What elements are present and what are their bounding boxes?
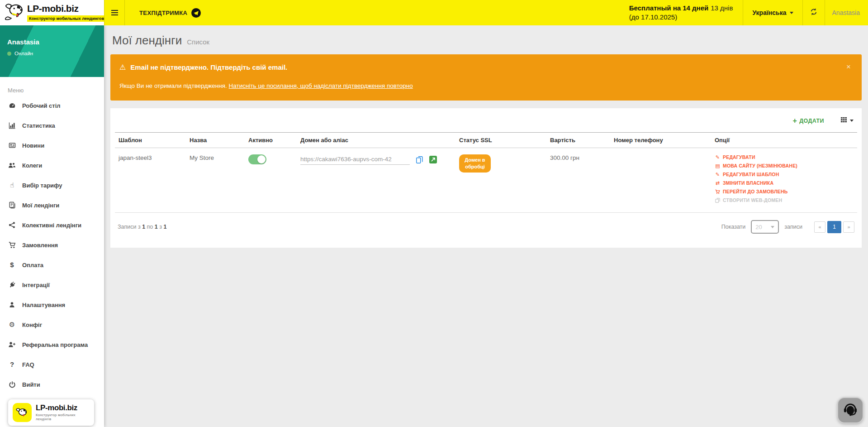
sidebar-user-name: Anastasia: [7, 38, 97, 46]
col-header-domain[interactable]: Домен або аліас: [297, 133, 455, 148]
open-landing-button[interactable]: [429, 156, 437, 163]
sidebar-item-dashboard[interactable]: Робочий стіл: [0, 96, 104, 115]
telegram-icon: [191, 8, 201, 18]
cart-icon: [715, 189, 721, 194]
resend-confirmation-link[interactable]: Натисніть це посилання, щоб надіслати пі…: [229, 82, 413, 89]
footer-logo-title: LP-mobi.biz: [36, 404, 90, 412]
language-icon: ▤: [715, 163, 721, 168]
row-options: ✎РЕДАГУВАТИ ▤МОВА САЙТУ (НЕЗМІНЮВАНЕ) ✎Р…: [715, 154, 854, 203]
records-label: записи: [784, 224, 802, 230]
support-chat-button[interactable]: [837, 397, 863, 423]
landings-table-card: + ДОДАТИ Шаблон Назва Активно Доме: [110, 108, 862, 248]
pagination-page-1[interactable]: 1: [827, 221, 841, 233]
trial-plan: Бесплатный на 14 дней: [629, 4, 708, 12]
col-header-active[interactable]: Активно: [245, 133, 297, 148]
ssl-status-badge: Домен в обробці: [459, 154, 491, 173]
sidebar-item-faq[interactable]: ? FAQ: [0, 355, 104, 374]
sidebar-item-statistics[interactable]: Статистика: [0, 115, 104, 135]
dashboard-icon: [8, 102, 16, 109]
sidebar-item-my-landings[interactable]: Мої лендінги: [0, 195, 104, 215]
sidebar-footer-logo[interactable]: LP-mobi.biz Конструктор мобільних лендін…: [8, 399, 94, 426]
app-logo[interactable]: LP-mobi.biz Конструктор мобильных лендин…: [0, 0, 104, 25]
active-toggle[interactable]: [248, 154, 266, 164]
language-selector[interactable]: Українська: [743, 9, 802, 16]
trial-until: (до 17.10.2025): [629, 13, 733, 22]
option-create-web-domain[interactable]: СТВОРИТИ WEB-ДОМЕН: [715, 197, 854, 203]
chevron-down-icon: [771, 226, 774, 228]
sidebar-item-tariff[interactable]: ☝ Вибір тарифу: [0, 175, 104, 195]
pagination-next[interactable]: »: [843, 221, 854, 233]
sidebar-item-news[interactable]: Новини: [0, 135, 104, 155]
page-title: Мої лендінги: [112, 34, 182, 48]
col-header-phone[interactable]: Номер телефону: [610, 133, 711, 148]
cell-price: 300.00 грн: [546, 148, 610, 213]
col-header-name[interactable]: Назва: [186, 133, 245, 148]
external-link-icon: [431, 156, 435, 163]
pagination: « 1 »: [814, 221, 854, 233]
option-go-to-orders[interactable]: ПЕРЕЙТИ ДО ЗАМОВЛЕНЬ: [715, 189, 854, 194]
support-link[interactable]: ТЕХПІДТРИМКА: [139, 8, 201, 18]
plug-icon: [8, 281, 16, 288]
gears-icon: ⚙: [8, 321, 16, 328]
warning-icon: ⚠: [119, 64, 126, 71]
table-grid-icon: [840, 116, 847, 125]
col-header-template[interactable]: Шаблон: [115, 133, 186, 148]
option-edit-template[interactable]: ✎РЕДАГУВАТИ ШАБЛОН: [715, 172, 854, 177]
col-header-options[interactable]: Опції: [711, 133, 857, 148]
clone-icon: [715, 198, 721, 203]
sidebar-item-settings[interactable]: Налаштування: [0, 295, 104, 315]
sidebar-item-referral[interactable]: Реферальна програма: [0, 335, 104, 355]
footer-logo-subtitle: Конструктор мобільних лендінгів: [36, 413, 90, 421]
add-landing-button[interactable]: + ДОДАТИ: [790, 117, 827, 125]
page-size-label: Показати: [721, 224, 746, 230]
hand-pointer-icon: ☝: [8, 182, 16, 189]
sidebar-item-colleagues[interactable]: Колеги: [0, 155, 104, 175]
yellow-bar: ТЕХПІДТРИМКА Бесплатный на 14 дней13 дні…: [104, 0, 868, 25]
sidebar-item-logout[interactable]: Вийти: [0, 374, 104, 394]
cell-template: japan-steel3: [115, 148, 186, 213]
alert-line-prefix: Якщо Ви не отримали підтвердження.: [119, 82, 229, 89]
sidebar-item-collective-landings[interactable]: Колективні лендінги: [0, 215, 104, 235]
top-bar: LP-mobi.biz Конструктор мобильных лендин…: [0, 0, 868, 25]
online-status-dot: [7, 52, 11, 56]
copy-icon[interactable]: [416, 156, 423, 164]
plus-icon: +: [792, 118, 797, 124]
landings-icon: [8, 202, 16, 209]
option-change-owner[interactable]: ⇄ЗМІНИТИ ВЛАСНИКА: [715, 180, 854, 186]
hamburger-menu-icon[interactable]: [104, 0, 125, 25]
refresh-button[interactable]: [803, 0, 825, 25]
col-header-price[interactable]: Вартість: [546, 133, 610, 148]
page-subtitle: Список: [187, 38, 209, 46]
sidebar-item-config[interactable]: ⚙ Конфіг: [0, 315, 104, 335]
dollar-icon: $: [8, 261, 16, 269]
landings-table: Шаблон Назва Активно Домен або аліас Ста…: [115, 132, 857, 213]
chevron-down-icon: [850, 120, 854, 122]
domain-input[interactable]: [300, 154, 410, 165]
table-row: japan-steel3 My Store: [115, 148, 857, 213]
col-header-ssl[interactable]: Статус SSL: [455, 133, 546, 148]
sidebar-item-payment[interactable]: $ Оплата: [0, 255, 104, 275]
pagination-prev[interactable]: «: [814, 221, 825, 233]
trial-info: Бесплатный на 14 дней13 днів (до 17.10.2…: [629, 4, 733, 22]
sidebar-item-integrations[interactable]: Інтеграції: [0, 275, 104, 295]
sidebar-menu: Робочий стіл Статистика Новини Колеги ☝ …: [0, 96, 104, 394]
refresh-icon: [810, 8, 818, 18]
logo-subtitle: Конструктор мобильных лендингов: [27, 15, 106, 22]
option-site-language[interactable]: ▤МОВА САЙТУ (НЕЗМІНЮВАНЕ): [715, 163, 854, 168]
power-icon: [8, 381, 16, 388]
page-size-select[interactable]: 20: [751, 220, 779, 234]
headset-icon: [842, 401, 859, 419]
news-icon: [8, 142, 16, 149]
cart-icon: [8, 241, 16, 249]
records-info: Записи з 1 по 1 з 1: [118, 224, 166, 230]
close-icon[interactable]: ×: [844, 62, 854, 71]
user-icon: [8, 301, 16, 308]
sidebar-item-orders[interactable]: Замовлення: [0, 235, 104, 255]
topbar-username[interactable]: Anastasia: [825, 9, 868, 16]
main-content: Мої лендінги Список ⚠ Email не підтвердж…: [104, 25, 868, 427]
support-label: ТЕХПІДТРИМКА: [139, 10, 187, 16]
email-warning-banner: ⚠ Email не підтверджено. Підтвердіть сві…: [110, 54, 862, 101]
option-edit[interactable]: ✎РЕДАГУВАТИ: [715, 154, 854, 160]
cell-name: My Store: [186, 148, 245, 213]
column-visibility-button[interactable]: [840, 116, 854, 125]
